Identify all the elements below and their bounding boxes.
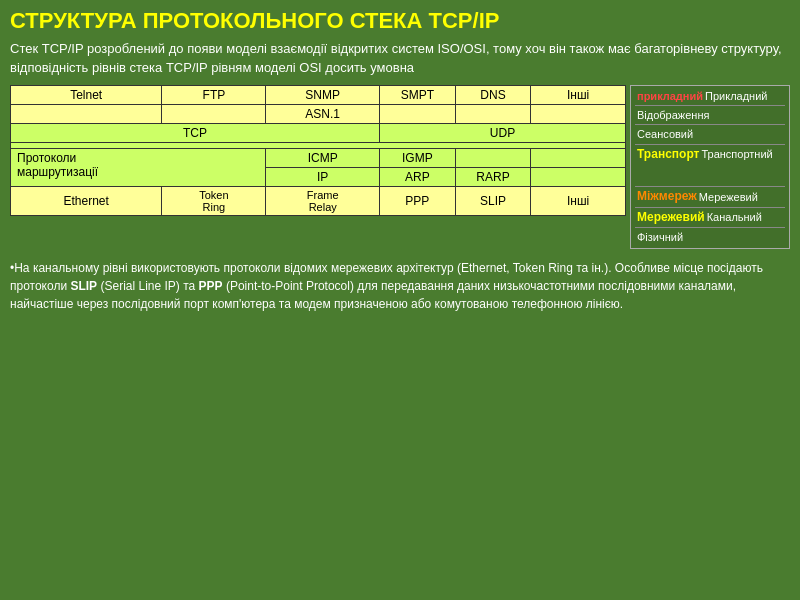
table-row: Telnet FTP SNMP SMPT DNS Інші [11,85,626,104]
layer-divider [635,105,785,106]
ppp-label: PPP [199,279,223,293]
slip-label: SLIP [70,279,97,293]
cell-empty2 [162,104,266,123]
osi-trans-name: Транспортний [701,147,772,161]
table-row: Протоколимаршрутизації ICMP IGMP [11,148,626,167]
cell-empty1 [11,104,162,123]
bottom-text-content: На канальному рівні використовують прото… [10,261,763,311]
cell-igmp: IGMP [379,148,455,167]
cell-arp: ARP [379,167,455,186]
layer-divider [635,144,785,145]
cell-ethernet: Ethernet [11,186,162,215]
main-content: Telnet FTP SNMP SMPT DNS Інші ASN.1 [10,85,790,249]
osi-layer-session: Сеансовий [635,126,785,142]
osi-layer-presentation: Відображення [635,107,785,123]
table-row: TCP UDP [11,123,626,142]
cell-rarp: RARP [455,167,531,186]
cell-empty3 [379,104,455,123]
osi-phys-name: Фізичний [637,230,683,244]
osi-net-label: Міжмереж [637,189,697,205]
osi-layer-physical: Фізичний [635,229,785,245]
bottom-description: •На канальному рівні використовують прот… [10,255,790,317]
cell-slip: SLIP [455,186,531,215]
cell-other-dl: Інші [531,186,626,215]
layer-divider [635,227,785,228]
osi-spacer [635,163,785,185]
osi-layer-network: Міжмереж Мережевий [635,188,785,206]
cell-other-app: Інші [531,85,626,104]
cell-protocols: Протоколимаршрутизації [11,148,266,186]
cell-token: TokenRing [162,186,266,215]
layer-divider [635,207,785,208]
cell-empty7 [531,148,626,167]
osi-dl-name: Канальний [707,210,762,224]
page: СТРУКТУРА ПРОТОКОЛЬНОГО СТЕКА TCP/IP Сте… [0,0,800,600]
osi-pres-name: Відображення [637,108,709,122]
osi-section: прикладний Прикладний Відображення Сеанс… [630,85,790,249]
osi-trans-label: Транспорт [637,147,699,163]
cell-framerelay: FrameRelay [266,186,380,215]
cell-snmp: SNMP [266,85,380,104]
cell-ppp: PPP [379,186,455,215]
osi-block: прикладний Прикладний Відображення Сеанс… [630,85,790,249]
osi-layer-datalink: Мережевий Канальний [635,209,785,227]
osi-app-label: прикладний [637,89,703,103]
cell-asn1: ASN.1 [266,104,380,123]
cell-udp: UDP [379,123,625,142]
layer-divider [635,186,785,187]
cell-empty6 [455,148,531,167]
table-row: ASN.1 [11,104,626,123]
cell-dns: DNS [455,85,531,104]
cell-empty8 [531,167,626,186]
osi-app-name: Прикладний [705,89,767,103]
osi-layer-application: прикладний Прикладний [635,88,785,104]
osi-layer-transport: Транспорт Транспортний [635,146,785,164]
layer-divider [635,124,785,125]
osi-dl-label: Мережевий [637,210,705,226]
page-title: СТРУКТУРА ПРОТОКОЛЬНОГО СТЕКА TCP/IP [10,8,790,34]
protocol-table-section: Telnet FTP SNMP SMPT DNS Інші ASN.1 [10,85,626,249]
cell-icmp: ICMP [266,148,380,167]
osi-sess-name: Сеансовий [637,127,693,141]
cell-tcp: TCP [11,123,380,142]
cell-ip: IP [266,167,380,186]
osi-net-name: Мережевий [699,190,758,204]
protocol-table: Telnet FTP SNMP SMPT DNS Інші ASN.1 [10,85,626,216]
cell-smpt: SMPT [379,85,455,104]
table-row: Ethernet TokenRing FrameRelay PPP SLIP І… [11,186,626,215]
cell-telnet: Telnet [11,85,162,104]
cell-ftp: FTP [162,85,266,104]
subtitle-text: Стек TCP/IP розроблений до появи моделі … [10,40,790,76]
cell-empty5 [531,104,626,123]
cell-empty4 [455,104,531,123]
